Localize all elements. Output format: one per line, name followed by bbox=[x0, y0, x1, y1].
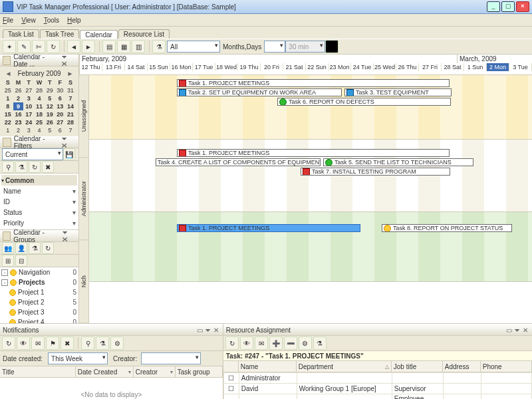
notif-tool-icon[interactable]: ⚙ bbox=[110, 336, 124, 350]
filter-row-id[interactable]: ID▾ bbox=[1, 196, 77, 207]
filter-row-status[interactable]: Status▾ bbox=[1, 207, 77, 217]
tab-task-tree[interactable]: Task Tree bbox=[40, 29, 79, 39]
notif-tool-icon[interactable]: ✖ bbox=[61, 336, 74, 350]
gantt-day[interactable]: 20 Fri bbox=[261, 63, 283, 71]
res-tool-icon[interactable]: ⚙ bbox=[299, 336, 312, 350]
gantt-body[interactable]: Task 1. PROJECT MEETINGSTask 2. SET UP E… bbox=[89, 75, 532, 323]
gantt-day[interactable]: 12 Thu bbox=[80, 63, 102, 71]
filter-save-icon[interactable]: 💾 bbox=[63, 148, 75, 160]
gantt-day[interactable]: 2 Mon bbox=[487, 63, 509, 71]
task-bar[interactable]: Task 1. PROJECT MEETINGS bbox=[177, 149, 450, 157]
tab-calendar[interactable]: Calendar bbox=[80, 30, 118, 39]
panel-calendar-groups[interactable]: Calendar - Groups ⏷ ✕ bbox=[0, 230, 78, 242]
menu-help[interactable]: Help bbox=[67, 17, 81, 24]
group-row[interactable]: Project 40 bbox=[0, 317, 78, 323]
gantt-day[interactable]: 19 Thu bbox=[238, 63, 261, 71]
resource-row[interactable]: ☐JessicaWorking Group 1 [Europe]Employee… bbox=[223, 394, 531, 400]
zoom-select[interactable]: 30 min bbox=[285, 41, 325, 53]
collapse-icon[interactable]: ⏷ ✕ bbox=[61, 229, 76, 243]
maximize-button[interactable]: ▢ bbox=[501, 1, 515, 12]
groups-tool4-icon[interactable]: ↻ bbox=[42, 242, 54, 254]
minical-prev-icon[interactable]: ◄ bbox=[3, 70, 14, 77]
filter-section-common[interactable]: Common bbox=[5, 177, 34, 184]
group-row[interactable]: Project 15 bbox=[0, 287, 78, 297]
filter-tool1-icon[interactable]: ⚲ bbox=[2, 161, 14, 173]
new-task-icon[interactable]: ✦ bbox=[3, 40, 16, 53]
task-bar[interactable]: Task 1. PROJECT MEETINGS bbox=[177, 224, 360, 232]
gantt-day[interactable]: 21 Sat bbox=[283, 63, 306, 71]
minical-next-icon[interactable]: ► bbox=[65, 70, 76, 77]
close-button[interactable]: × bbox=[516, 1, 529, 12]
notif-tool-icon[interactable]: ✉ bbox=[31, 336, 45, 350]
groups-tool3-icon[interactable]: ⚗ bbox=[29, 242, 41, 254]
res-tool-icon[interactable]: ↻ bbox=[225, 336, 239, 350]
task-bar[interactable]: Task 1. PROJECT MEETINGS bbox=[177, 79, 450, 87]
menu-file[interactable]: File bbox=[3, 17, 13, 24]
gantt-day[interactable]: 24 Tue bbox=[351, 63, 374, 71]
notif-tool-icon[interactable]: ⚲ bbox=[81, 336, 94, 350]
gantt-day[interactable]: 25 Wed bbox=[374, 63, 396, 71]
filter-select[interactable]: All bbox=[167, 41, 220, 53]
gantt-day[interactable]: 28 Sat bbox=[442, 63, 464, 71]
notif-tool-icon[interactable]: 👁 bbox=[17, 336, 30, 350]
collapse-icon[interactable]: ⏷ ✕ bbox=[60, 53, 76, 68]
delete-task-icon[interactable]: ✄ bbox=[32, 40, 45, 53]
gantt-day[interactable]: 13 Fri bbox=[102, 63, 125, 71]
pane-controls-icon[interactable]: ▭ ⏷ ✕ bbox=[505, 327, 529, 334]
group-tree[interactable]: -Navigation0-Projects0Project 15Project … bbox=[0, 267, 78, 323]
group-row[interactable]: Project 30 bbox=[0, 307, 78, 317]
filter-tool2-icon[interactable]: ⚗ bbox=[15, 161, 27, 173]
notif-tool-icon[interactable]: ⚗ bbox=[96, 336, 109, 350]
gantt-day[interactable]: 14 Sat bbox=[125, 63, 148, 71]
minimize-button[interactable]: _ bbox=[487, 1, 500, 12]
resource-row[interactable]: ☐DavidWorking Group 1 [Europe]Supervisor bbox=[223, 384, 531, 394]
task-bar[interactable]: Task 3. TEST EQUIPMENT bbox=[344, 88, 452, 96]
notif-tool-icon[interactable]: ↻ bbox=[2, 336, 15, 350]
gantt-day[interactable]: 1 Sun bbox=[464, 63, 487, 71]
filter-tool4-icon[interactable]: ✖ bbox=[42, 161, 54, 173]
collapse-icon[interactable]: ⏷ ✕ bbox=[60, 135, 76, 150]
panel-calendar-date[interactable]: Calendar - Date ... ⏷ ✕ bbox=[0, 55, 78, 66]
res-tool-icon[interactable]: 👁 bbox=[240, 336, 253, 350]
gantt-day[interactable]: 15 Sun bbox=[148, 63, 170, 71]
task-bar[interactable]: Task 7. INSTALL TESTING PROGRAM bbox=[301, 168, 450, 176]
edit-task-icon[interactable]: ✎ bbox=[17, 40, 31, 53]
menu-view[interactable]: View bbox=[21, 17, 36, 24]
gantt-day[interactable]: 18 Wed bbox=[215, 63, 238, 71]
minical-grid[interactable]: SMTWTFS 25262728293031123456789101112131… bbox=[3, 78, 76, 134]
group-row[interactable]: Project 25 bbox=[0, 297, 78, 307]
res-tool-icon[interactable]: ⚗ bbox=[313, 336, 327, 350]
res-tool-icon[interactable]: ➕ bbox=[269, 336, 283, 350]
resource-table[interactable]: ☐Administrator☐DavidWorking Group 1 [Eur… bbox=[223, 372, 532, 399]
res-tool-icon[interactable]: ➖ bbox=[284, 336, 297, 350]
filter-preset-select[interactable]: Current bbox=[2, 148, 63, 160]
task-bar[interactable]: Task 5. SEND THE LIST TO TECHNICIANS bbox=[323, 158, 473, 166]
notif-table-header[interactable]: Title Date Created▾ Creator▾ Task group bbox=[0, 366, 223, 378]
pane-controls-icon[interactable]: ▭ ⏷ ✕ bbox=[196, 327, 220, 334]
resource-table-header[interactable]: Name Department△ Job title Address Phone bbox=[223, 361, 532, 372]
group-row[interactable]: -Projects0 bbox=[0, 277, 78, 287]
refresh-icon[interactable]: ↻ bbox=[47, 40, 60, 53]
group-row[interactable]: -Navigation0 bbox=[0, 267, 78, 277]
view2-icon[interactable]: ▦ bbox=[117, 40, 130, 53]
task-bar[interactable]: Task 8. REPORT ON PROJECT STATUS bbox=[382, 224, 512, 232]
gantt-day[interactable]: 23 Mon bbox=[329, 63, 351, 71]
next-icon[interactable]: ► bbox=[82, 40, 95, 53]
menu-tools[interactable]: Tools bbox=[44, 17, 59, 24]
filter-row-name[interactable]: Name▾ bbox=[1, 186, 77, 196]
task-bar[interactable]: Task 2. SET UP EQUIPMENT ON WORK AREA bbox=[177, 88, 342, 96]
view3-icon[interactable]: ▥ bbox=[132, 40, 145, 53]
color-picker-icon[interactable] bbox=[325, 40, 338, 53]
gantt-day[interactable]: 26 Thu bbox=[396, 63, 419, 71]
filter-tool3-icon[interactable]: ↻ bbox=[29, 161, 41, 173]
filter-icon[interactable]: ⚗ bbox=[152, 40, 166, 53]
view1-icon[interactable]: ▤ bbox=[102, 40, 116, 53]
groups-tool1-icon[interactable]: 👥 bbox=[2, 242, 14, 254]
groups-collapse-icon[interactable]: ⊟ bbox=[15, 255, 27, 267]
tab-task-list[interactable]: Task List bbox=[3, 29, 39, 39]
creator-select[interactable] bbox=[141, 352, 201, 364]
gantt-day[interactable]: 3 Tue bbox=[509, 63, 532, 71]
tab-resource-list[interactable]: Resource List bbox=[118, 29, 170, 39]
task-bar[interactable]: Task 4. CREATE A LIST OF COMPONENTS OF E… bbox=[156, 158, 321, 166]
date-created-select[interactable]: This Week bbox=[48, 352, 108, 364]
